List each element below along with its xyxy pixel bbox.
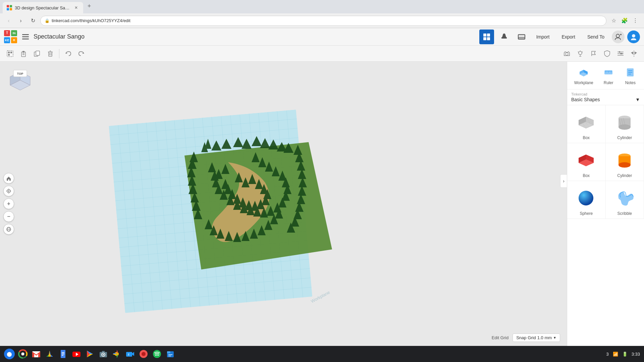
- svg-rect-22: [8, 52, 10, 53]
- view-cube[interactable]: TOP: [7, 68, 34, 95]
- view-mode-button[interactable]: [3, 224, 14, 235]
- svg-rect-2: [7, 8, 9, 10]
- tab-close-button[interactable]: ✕: [73, 5, 79, 11]
- hamburger-menu-icon[interactable]: [20, 32, 31, 42]
- svg-point-209: [619, 124, 631, 130]
- bookmark-button[interactable]: ☆: [609, 16, 619, 25]
- toolbar-divider-1: [59, 49, 59, 58]
- library-select[interactable]: Basic Shapes ▼: [571, 96, 640, 102]
- box-gray-label: Box: [583, 135, 590, 140]
- align-button[interactable]: [614, 48, 627, 60]
- taskbar-docs-icon[interactable]: [58, 349, 68, 359]
- shape-cylinder-gray[interactable]: Cylinder: [606, 105, 644, 143]
- undo-button[interactable]: [62, 48, 74, 60]
- taskbar-files-icon[interactable]: [165, 349, 176, 359]
- toolbar: [0, 46, 644, 62]
- taskbar-zoom-icon[interactable]: Z: [125, 349, 136, 359]
- redo-button[interactable]: [75, 48, 88, 60]
- right-panel: Workplane: [567, 62, 644, 346]
- shape-scribble[interactable]: Scribble: [606, 181, 644, 219]
- wifi-icon: 📶: [613, 352, 618, 357]
- taskbar-photos-icon[interactable]: [111, 349, 122, 359]
- address-bar[interactable]: 🔒 tinkercad.com/things/kUhO725YYZ4/edit: [40, 16, 606, 26]
- paste-button[interactable]: [17, 48, 30, 60]
- taskbar-drive-icon[interactable]: [44, 349, 55, 359]
- sphere-blue-label: Sphere: [580, 211, 593, 216]
- svg-rect-25: [21, 52, 25, 57]
- taskbar-youtube-icon[interactable]: [71, 349, 82, 359]
- svg-rect-15: [518, 35, 525, 39]
- panel-toggle-arrow[interactable]: ›: [560, 174, 567, 188]
- url-text: tinkercad.com/things/kUhO725YYZ4/edit: [52, 18, 602, 23]
- taskbar-playstore-icon[interactable]: [85, 349, 95, 359]
- svg-line-43: [578, 52, 579, 52]
- svg-point-39: [579, 51, 582, 55]
- notes-label: Notes: [625, 80, 636, 85]
- svg-rect-24: [8, 54, 10, 56]
- workplane-tool[interactable]: Workplane: [574, 66, 593, 85]
- svg-rect-49: [620, 53, 623, 54]
- import-button[interactable]: Import: [532, 32, 554, 42]
- new-tab-button[interactable]: +: [85, 2, 94, 11]
- svg-marker-51: [631, 52, 633, 55]
- grid-view-button[interactable]: [479, 29, 494, 44]
- delete-button[interactable]: [44, 48, 56, 60]
- group-button[interactable]: [4, 48, 16, 60]
- chrome-menu-button[interactable]: ⋮: [631, 16, 640, 25]
- export-button[interactable]: Export: [557, 32, 580, 42]
- user-avatar[interactable]: [627, 31, 640, 43]
- shape-library-header: Tinkercad Basic Shapes ▼: [567, 89, 644, 105]
- notes-tool[interactable]: Notes: [624, 66, 637, 85]
- canvas-area[interactable]: TOP: [0, 62, 567, 346]
- home-view-button[interactable]: [3, 173, 14, 184]
- taskbar-spotify-icon[interactable]: [152, 349, 162, 359]
- panel-tools-row: Workplane: [567, 62, 644, 89]
- zoom-in-button[interactable]: +: [3, 198, 14, 209]
- fit-view-button[interactable]: [3, 186, 14, 196]
- svg-point-38: [566, 53, 568, 55]
- notification-count: 3: [606, 352, 608, 357]
- forward-button[interactable]: ›: [16, 16, 25, 25]
- add-user-button[interactable]: [612, 31, 625, 43]
- zoom-out-button[interactable]: −: [3, 211, 14, 222]
- design-name[interactable]: Spectacular Sango: [34, 33, 477, 40]
- ruler-tool[interactable]: Ruler: [602, 66, 615, 85]
- navigation-bar: ‹ › ↻ 🔒 tinkercad.com/things/kUhO725YYZ4…: [0, 13, 644, 28]
- logo-cell-er: R: [11, 37, 17, 43]
- box-red-label: Box: [583, 173, 590, 178]
- library-name: Basic Shapes: [571, 97, 600, 102]
- shape-box-gray[interactable]: Box: [567, 105, 606, 143]
- snap-grid-control[interactable]: Snap Grid 1.0 mm ▼: [513, 334, 560, 342]
- bulb-button[interactable]: [574, 48, 586, 60]
- active-tab[interactable]: 3D design Spectacular Sango | T... ✕: [3, 2, 83, 13]
- shield-button[interactable]: [601, 48, 613, 60]
- taskbar-gmail-icon[interactable]: [31, 349, 42, 359]
- taskbar-camera-icon[interactable]: [98, 349, 109, 359]
- extensions-button[interactable]: 🧩: [620, 16, 629, 25]
- taskbar-red-app-icon[interactable]: [138, 349, 149, 359]
- header-right-area: Import Export Send To: [479, 29, 640, 44]
- duplicate-button[interactable]: [31, 48, 43, 60]
- svg-rect-249: [167, 351, 170, 353]
- taskbar-power-icon[interactable]: ⬤: [4, 349, 15, 359]
- back-button[interactable]: ‹: [4, 16, 13, 25]
- camera-button[interactable]: [561, 48, 573, 60]
- gallery-button[interactable]: [514, 29, 529, 44]
- svg-point-239: [103, 354, 104, 355]
- shape-cylinder-orange[interactable]: Cylinder: [606, 143, 644, 181]
- mirror-button[interactable]: [628, 48, 640, 60]
- shapes-grid: Box: [567, 105, 644, 219]
- svg-rect-8: [487, 34, 490, 37]
- sphere-blue-visual: [575, 186, 598, 210]
- send-to-button[interactable]: Send To: [583, 32, 609, 42]
- taskbar-chrome-icon[interactable]: [17, 349, 28, 359]
- build-button[interactable]: [497, 29, 512, 44]
- workplane[interactable]: Workplane: [117, 115, 352, 316]
- workplane-icon: [577, 66, 590, 79]
- tinkercad-logo[interactable]: T IN KE R: [4, 30, 17, 44]
- refresh-button[interactable]: ↻: [28, 16, 38, 25]
- flag-button[interactable]: [588, 48, 600, 60]
- shape-sphere-blue[interactable]: Sphere: [567, 181, 606, 219]
- shape-box-red[interactable]: Box: [567, 143, 606, 181]
- edit-grid-button[interactable]: Edit Grid: [492, 335, 509, 340]
